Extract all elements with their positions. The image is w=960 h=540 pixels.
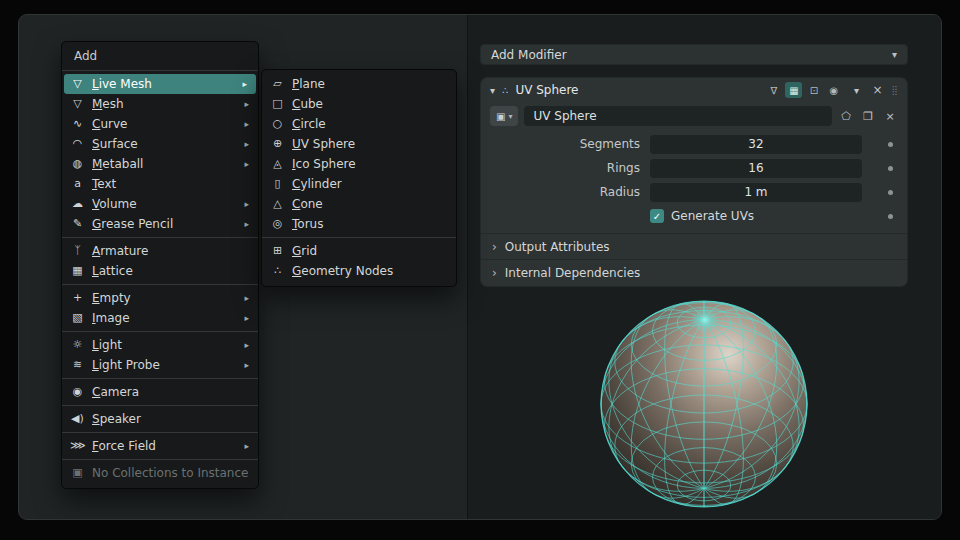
section-internal-dependencies[interactable]: › Internal Dependencies — [481, 259, 907, 285]
screen: Add Modifier ▾ ▾ ∴ UV Sphere ∇ ▦ ⊡ ◉ ▾ × — [0, 0, 960, 540]
viewport-3d[interactable] — [468, 291, 942, 519]
menu-item-empty[interactable]: + Empty ▸ — [62, 288, 258, 308]
submenu-arrow-icon: ▸ — [244, 139, 249, 149]
segments-label: Segments — [490, 137, 650, 151]
decorator-dot[interactable] — [888, 166, 893, 171]
realtime-toggle-icon[interactable]: ⊡ — [805, 82, 822, 98]
add-modifier-label: Add Modifier — [491, 48, 567, 62]
drag-grip-icon[interactable]: ⣿ — [891, 85, 898, 95]
plane-icon: ▱ — [270, 74, 285, 94]
radius-label: Radius — [490, 185, 650, 199]
menu-item-cube[interactable]: □ Cube — [262, 94, 456, 114]
volume-icon: ☁ — [70, 194, 85, 214]
curve-icon: ∿ — [70, 114, 85, 134]
add-modifier-dropdown[interactable]: Add Modifier ▾ — [480, 44, 908, 65]
menu-item-cone[interactable]: △ Cone — [262, 194, 456, 214]
camera-icon: ◉ — [70, 382, 85, 402]
collection-icon: ▣ — [70, 463, 85, 483]
mesh-icon: ▽ — [70, 94, 85, 114]
menu-item-metaball[interactable]: ◍ Metaball ▸ — [62, 154, 258, 174]
section-label: Output Attributes — [505, 240, 610, 254]
image-icon: ▧ — [70, 308, 85, 328]
generate-uvs-checkbox[interactable]: ✓ — [650, 209, 664, 223]
menu-item-plane[interactable]: ▱ Plane — [262, 74, 456, 94]
unlink-icon[interactable]: × — [882, 110, 898, 123]
menu-item-light[interactable]: ☼ Light ▸ — [62, 335, 258, 355]
menu-item-grid[interactable]: ⊞ Grid — [262, 241, 456, 261]
segments-row: Segments 32 — [481, 132, 907, 156]
menu-item-text[interactable]: a Text — [62, 174, 258, 194]
menu-item-ico-sphere[interactable]: ◬ Ico Sphere — [262, 154, 456, 174]
menu-item-uv-sphere[interactable]: ⊕ UV Sphere — [262, 134, 456, 154]
separator — [62, 70, 258, 71]
checkbox-label: Generate UVs — [671, 209, 754, 223]
chevron-down-icon: ▾ — [508, 112, 512, 121]
expand-chevron-icon[interactable]: ▾ — [490, 85, 495, 96]
render-toggle-icon[interactable]: ◉ — [825, 82, 842, 98]
shield-icon[interactable]: ⬠ — [838, 110, 854, 123]
grease-pencil-icon: ✎ — [70, 214, 85, 234]
datablock-name-field[interactable]: UV Sphere — [524, 106, 832, 126]
menu-item-light-probe[interactable]: ≋ Light Probe ▸ — [62, 355, 258, 375]
decorator-dot[interactable] — [888, 214, 893, 219]
close-icon[interactable]: × — [870, 83, 884, 97]
object-selector-button[interactable]: ▣ ▾ — [490, 106, 518, 126]
menu-item-lattice[interactable]: ▦ Lattice — [62, 261, 258, 281]
menu-item-cylinder[interactable]: ▯ Cylinder — [262, 174, 456, 194]
separator — [62, 432, 258, 433]
menu-item-mesh[interactable]: ▽ Mesh ▸ — [62, 94, 258, 114]
rings-field[interactable]: 16 — [650, 159, 862, 178]
decorator-dot[interactable] — [888, 142, 893, 147]
cone-icon: △ — [270, 194, 285, 214]
submenu-arrow-icon: ▸ — [244, 441, 249, 451]
separator — [62, 331, 258, 332]
chevron-right-icon: › — [492, 240, 497, 254]
menu-item-circle[interactable]: ○ Circle — [262, 114, 456, 134]
submenu-arrow-icon: ▸ — [244, 159, 249, 169]
filter-toggle-icon[interactable]: ∇ — [765, 82, 782, 98]
decorator-dot[interactable] — [888, 190, 893, 195]
menu-item-torus[interactable]: ◎ Torus — [262, 214, 456, 234]
copy-icon[interactable]: ❐ — [860, 110, 876, 123]
uv-sphere-icon: ⊕ — [270, 134, 285, 154]
editmode-toggle-icon[interactable]: ▦ — [785, 82, 802, 98]
rings-label: Rings — [490, 161, 650, 175]
menu-item-speaker[interactable]: ◀) Speaker — [62, 409, 258, 429]
submenu-arrow-icon: ▸ — [244, 219, 249, 229]
menu-item-live-mesh[interactable]: ▽ Live Mesh ▸ — [64, 74, 256, 94]
menu-item-grease-pencil[interactable]: ✎ Grease Pencil ▸ — [62, 214, 258, 234]
light-icon: ☼ — [70, 335, 85, 355]
empty-icon: + — [70, 288, 85, 308]
segments-field[interactable]: 32 — [650, 135, 862, 154]
modifier-type-icon: ∴ — [502, 85, 508, 96]
generate-uvs-row: ✓ Generate UVs — [481, 204, 907, 228]
modifier-extras-icon[interactable]: ▾ — [849, 85, 863, 96]
radius-field[interactable]: 1 m — [650, 183, 862, 202]
check-icon: ✓ — [653, 211, 661, 222]
menu-item-force-field[interactable]: ⋙ Force Field ▸ — [62, 436, 258, 456]
menu-item-volume[interactable]: ☁ Volume ▸ — [62, 194, 258, 214]
section-label: Internal Dependencies — [505, 266, 640, 280]
submenu-arrow-icon: ▸ — [244, 119, 249, 129]
section-output-attributes[interactable]: › Output Attributes — [481, 233, 907, 259]
separator — [62, 459, 258, 460]
rings-row: Rings 16 — [481, 156, 907, 180]
menu-item-camera[interactable]: ◉ Camera — [62, 382, 258, 402]
menu-item-surface[interactable]: ◠ Surface ▸ — [62, 134, 258, 154]
modifier-header: ▾ ∴ UV Sphere ∇ ▦ ⊡ ◉ ▾ × ⣿ — [481, 78, 907, 102]
submenu-arrow-icon: ▸ — [244, 199, 249, 209]
menu-item-geometry-nodes[interactable]: ∴ Geometry Nodes — [262, 261, 456, 281]
modifier-name[interactable]: UV Sphere — [515, 83, 578, 97]
datablock-row: ▣ ▾ UV Sphere ⬠ ❐ × — [481, 102, 907, 132]
metaball-icon: ◍ — [70, 154, 85, 174]
separator — [62, 237, 258, 238]
menu-item-armature[interactable]: ᛉ Armature — [62, 241, 258, 261]
menu-item-curve[interactable]: ∿ Curve ▸ — [62, 114, 258, 134]
light-probe-icon: ≋ — [70, 355, 85, 375]
cube-icon: □ — [270, 94, 285, 114]
blender-window: Add Modifier ▾ ▾ ∴ UV Sphere ∇ ▦ ⊡ ◉ ▾ × — [18, 14, 942, 520]
separator — [62, 284, 258, 285]
menu-item-image[interactable]: ▧ Image ▸ — [62, 308, 258, 328]
force-field-icon: ⋙ — [70, 436, 85, 456]
armature-icon: ᛉ — [70, 241, 85, 261]
